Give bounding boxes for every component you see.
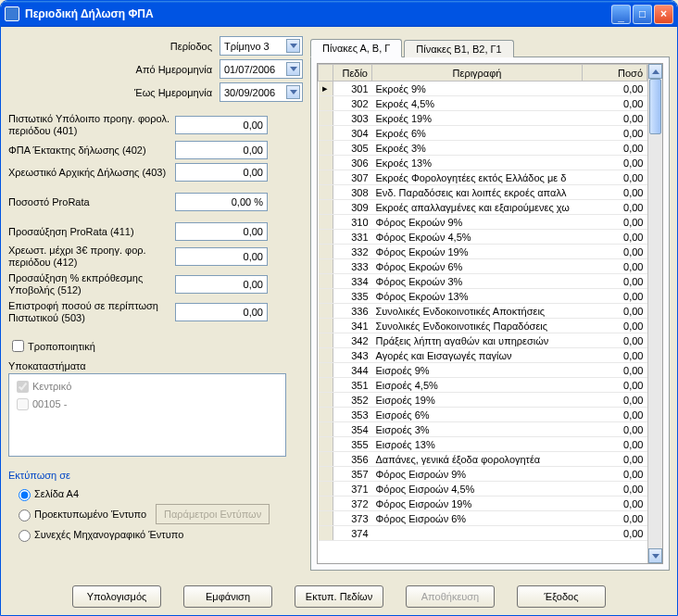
print-option-row[interactable]: Συνεχές Μηχανογραφικό Έντυπο — [14, 527, 303, 542]
print-option-row[interactable]: Σελίδα Α4 — [14, 486, 303, 501]
cell-amount[interactable]: 0,00 — [583, 348, 647, 363]
cell-amount[interactable]: 0,00 — [583, 215, 647, 230]
table-row[interactable]: 353Εισροές 6%0,00 — [319, 408, 647, 422]
field-412-input[interactable] — [175, 247, 268, 266]
cell-amount[interactable]: 0,00 — [583, 274, 647, 289]
scroll-up-button[interactable] — [648, 64, 662, 79]
cell-amount[interactable]: 0,00 — [583, 363, 647, 378]
close-button[interactable]: × — [654, 5, 673, 24]
cell-amount[interactable]: 0,00 — [583, 467, 647, 482]
table-row[interactable]: 356Δαπάνες, γενικά έξοδα φορολογητέα0,00 — [319, 452, 647, 467]
maximize-button[interactable]: □ — [633, 5, 652, 24]
from-date-combo[interactable]: 01/07/2006 — [220, 59, 303, 79]
field-402-input[interactable] — [175, 141, 268, 159]
cell-amount[interactable]: 0,00 — [583, 333, 647, 348]
table-row[interactable]: 334Φόρος Εκροών 3%0,00 — [319, 274, 647, 289]
cell-amount[interactable]: 0,00 — [583, 289, 647, 304]
table-row[interactable]: 344Εισροές 9%0,00 — [319, 363, 647, 378]
tab[interactable]: Πίνακες Β1, Β2, Γ1 — [404, 40, 513, 57]
cell-amount[interactable]: 0,00 — [583, 259, 647, 274]
table-row[interactable]: 310Φόρος Εκροών 9%0,00 — [319, 215, 647, 230]
table-row[interactable]: 357Φόρος Εισροών 9%0,00 — [319, 467, 647, 482]
cell-amount[interactable]: 0,00 — [583, 452, 647, 467]
period-combo[interactable]: Τρίμηνο 3 — [220, 36, 303, 56]
cell-amount[interactable]: 0,00 — [583, 437, 647, 452]
cell-amount[interactable]: 0,00 — [583, 141, 647, 156]
print-option-radio[interactable] — [19, 489, 31, 501]
table-row[interactable]: 331Φόρος Εκροών 4,5%0,00 — [319, 230, 647, 245]
data-grid[interactable]: ΠεδίοΠεριγραφήΠοσό▸301Εκροές 9%0,00302Εκ… — [318, 64, 647, 563]
modification-checkbox[interactable] — [12, 340, 24, 352]
table-row[interactable]: 335Φόρος Εκροών 13%0,00 — [319, 289, 647, 304]
cell-amount[interactable]: 0,00 — [583, 245, 647, 259]
table-row[interactable]: 354Εισροές 3%0,00 — [319, 422, 647, 437]
print-fields-button[interactable]: Εκτυπ. Πεδίων — [295, 585, 383, 608]
table-row[interactable]: 302Εκροές 4,5%0,00 — [319, 96, 647, 111]
table-row[interactable]: 341Συνολικές Ενδοκοινοτικές Παραδόσεις0,… — [319, 319, 647, 333]
table-row[interactable]: 342Πράξεις λήπτη αγαθών και υπηρεσιών0,0… — [319, 333, 647, 348]
table-row[interactable]: 303Εκροές 19%0,00 — [319, 111, 647, 126]
cell-amount[interactable]: 0,00 — [583, 111, 647, 126]
cell-amount[interactable]: 0,00 — [583, 230, 647, 245]
table-row[interactable]: 372Φόρος Εισροών 19%0,00 — [319, 497, 647, 511]
calculate-button[interactable]: Υπολογισμός — [72, 585, 161, 608]
cell-amount[interactable]: 0,00 — [583, 185, 647, 200]
table-row[interactable]: 352Εισροές 19%0,00 — [319, 393, 647, 408]
table-row[interactable]: 336Συνολικές Ενδοκοινοτικές Αποκτήσεις0,… — [319, 304, 647, 319]
print-option-radio[interactable] — [19, 530, 31, 542]
grid-header[interactable]: Ποσό — [583, 65, 647, 82]
cell-amount[interactable]: 0,00 — [583, 200, 647, 215]
field-503-input[interactable] — [175, 303, 268, 321]
table-row[interactable]: 307Εκροές Φορολογητέες εκτός Ελλάδος με … — [319, 170, 647, 185]
scroll-thumb[interactable] — [649, 79, 661, 134]
table-row[interactable]: 3740,00 — [319, 526, 647, 541]
table-row[interactable]: 308Ενδ. Παραδόσεις και λοιπές εκροές απα… — [319, 185, 647, 200]
print-option-row[interactable]: Προεκτυπωμένο ΈντυποΠαράμετροι Εντύπων — [14, 504, 303, 524]
table-row[interactable]: 371Φόρος Εισροών 4,5%0,00 — [319, 482, 647, 497]
branches-list[interactable]: Κεντρικό00105 - — [8, 373, 286, 457]
cell-amount[interactable]: 0,00 — [583, 319, 647, 333]
field-411-input[interactable] — [175, 222, 268, 241]
cell-amount[interactable]: 0,00 — [583, 156, 647, 170]
table-row[interactable]: 351Εισροές 4,5%0,00 — [319, 378, 647, 393]
table-row[interactable]: 304Εκροές 6%0,00 — [319, 126, 647, 141]
field-403-input[interactable] — [175, 163, 268, 182]
save-button[interactable]: Αποθήκευση — [406, 585, 495, 608]
cell-amount[interactable]: 0,00 — [583, 96, 647, 111]
prorata-input[interactable] — [175, 193, 268, 211]
cell-amount[interactable]: 0,00 — [583, 511, 647, 526]
cell-amount[interactable]: 0,00 — [583, 393, 647, 408]
cell-amount[interactable]: 0,00 — [583, 82, 647, 96]
grid-header[interactable]: Πεδίο — [333, 65, 372, 82]
field-512-input[interactable] — [175, 275, 268, 294]
table-row[interactable]: 333Φόρος Εκροών 6%0,00 — [319, 259, 647, 274]
grid-header[interactable]: Περιγραφή — [372, 65, 583, 82]
table-row[interactable]: 373Φόρος Εισροών 6%0,00 — [319, 511, 647, 526]
table-row[interactable]: 343Αγορές και Εισαγωγές παγίων0,00 — [319, 348, 647, 363]
cell-amount[interactable]: 0,00 — [583, 497, 647, 511]
cell-amount[interactable]: 0,00 — [583, 526, 647, 541]
minimize-button[interactable]: _ — [611, 5, 631, 24]
to-date-combo[interactable]: 30/09/2006 — [220, 82, 303, 102]
print-option-radio[interactable] — [19, 509, 31, 522]
branch-item[interactable]: 00105 - — [13, 396, 282, 413]
cell-amount[interactable]: 0,00 — [583, 378, 647, 393]
tab[interactable]: Πίνακες Α, Β, Γ — [310, 39, 402, 57]
cell-amount[interactable]: 0,00 — [583, 408, 647, 422]
table-row[interactable]: 305Εκροές 3%0,00 — [319, 141, 647, 156]
scroll-down-button[interactable] — [648, 548, 662, 563]
cell-amount[interactable]: 0,00 — [583, 170, 647, 185]
table-row[interactable]: ▸301Εκροές 9%0,00 — [319, 82, 647, 96]
cell-amount[interactable]: 0,00 — [583, 126, 647, 141]
table-row[interactable]: 355Εισροές 13%0,00 — [319, 437, 647, 452]
table-row[interactable]: 309Εκροές απαλλαγμένες και εξαιρούμενες … — [319, 200, 647, 215]
titlebar[interactable]: Περιοδική Δήλωση ΦΠΑ _ □ × — [1, 1, 677, 27]
vertical-scrollbar[interactable] — [647, 64, 662, 563]
table-row[interactable]: 306Εκροές 13%0,00 — [319, 156, 647, 170]
cell-amount[interactable]: 0,00 — [583, 482, 647, 497]
show-button[interactable]: Εμφάνιση — [183, 585, 272, 608]
table-row[interactable]: 332Φόρος Εκροών 19%0,00 — [319, 245, 647, 259]
branch-item[interactable]: Κεντρικό — [13, 378, 282, 396]
cell-amount[interactable]: 0,00 — [583, 422, 647, 437]
cell-amount[interactable]: 0,00 — [583, 304, 647, 319]
